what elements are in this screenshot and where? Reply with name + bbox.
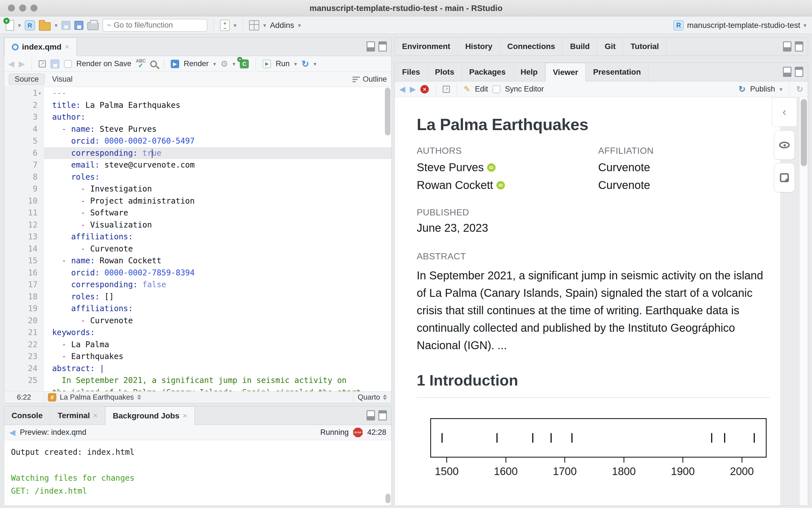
preview-eye-button[interactable] <box>774 130 795 160</box>
tab-background-jobs[interactable]: Background Jobs× <box>105 406 195 425</box>
source-mode-button[interactable]: Source <box>9 74 45 85</box>
gear-caret-icon[interactable]: ▾ <box>233 60 235 67</box>
print-icon[interactable] <box>87 22 98 30</box>
open-file-icon[interactable] <box>39 22 51 31</box>
close-tab-icon[interactable]: × <box>65 43 69 51</box>
addins-button[interactable]: Addins <box>270 21 294 30</box>
code-line-3[interactable]: 3author: <box>4 111 391 123</box>
tab-console[interactable]: Console <box>4 406 50 425</box>
code-line-4[interactable]: 4 - name: Steve Purves <box>4 123 391 135</box>
maximize-pane-icon[interactable] <box>795 67 803 77</box>
stop-job-icon[interactable]: STOP <box>353 428 363 437</box>
code-line-6[interactable]: 6 corresponding: true <box>4 147 391 159</box>
tab-tutorial[interactable]: Tutorial <box>623 37 666 55</box>
orcid-icon[interactable]: iD <box>487 163 496 172</box>
code-line-10[interactable]: 10 - Project administration <box>4 195 391 207</box>
clear-viewer-icon[interactable]: × <box>420 85 429 93</box>
minimize-pane-icon[interactable] <box>367 410 375 420</box>
outline-button[interactable]: Outline <box>353 75 387 84</box>
viewer-scrollbar[interactable] <box>799 97 808 505</box>
code-line-23[interactable]: 23 - Earthquakes <box>4 350 391 363</box>
code-line-8[interactable]: 8 roles: <box>4 171 391 183</box>
annotation-note-button[interactable] <box>774 163 795 192</box>
find-replace-icon[interactable] <box>150 60 157 67</box>
code-line-17[interactable]: 17 corresponding: false <box>4 279 391 291</box>
tab-index.qmd[interactable]: index.qmd× <box>4 37 77 56</box>
back-icon[interactable]: ◀ <box>9 428 15 437</box>
render-caret-icon[interactable]: ▾ <box>213 60 216 67</box>
code-line-2[interactable]: 2title: La Palma Earthquakes <box>4 99 391 112</box>
addins-caret-icon[interactable]: ▾ <box>298 22 301 29</box>
workspace-panes-icon[interactable] <box>249 20 259 31</box>
console-output[interactable]: Output created: index.htmlWatching files… <box>4 440 391 506</box>
sync-editor-checkbox[interactable] <box>492 85 500 93</box>
code-line-24[interactable]: 24abstract: | <box>4 363 391 375</box>
tab-plots[interactable]: Plots <box>428 63 462 81</box>
code-line-9[interactable]: 9 - Investigation <box>4 183 391 195</box>
workspace-panes-caret-icon[interactable]: ▾ <box>263 22 266 29</box>
code-line-21[interactable]: 21keywords: <box>4 327 391 339</box>
run-button[interactable]: Run <box>276 59 290 68</box>
refresh-viewer-icon[interactable]: ↻ <box>796 84 803 94</box>
tab-git[interactable]: Git <box>597 37 623 55</box>
save-icon[interactable] <box>62 21 71 30</box>
tab-files[interactable]: Files <box>395 63 428 81</box>
publish-button[interactable]: Publish <box>750 85 775 93</box>
code-line-20[interactable]: 20 - Curvenote <box>4 315 391 327</box>
save-all-icon[interactable] <box>74 21 83 30</box>
maximize-pane-icon[interactable] <box>795 41 803 51</box>
tab-environment[interactable]: Environment <box>395 37 458 55</box>
fold-arrow-icon[interactable]: ▾ <box>38 87 41 99</box>
close-tab-icon[interactable]: × <box>183 412 187 420</box>
code-line-19[interactable]: 19 affiliations: <box>4 303 391 315</box>
code-editor[interactable]: 1▾---2title: La Palma Earthquakes3author… <box>4 87 391 391</box>
goto-file-function-input[interactable] <box>114 21 203 30</box>
tab-viewer[interactable]: Viewer <box>545 63 586 81</box>
project-selector[interactable]: R manuscript-template-rstudio-test ▾ <box>674 20 806 31</box>
version-control-caret-icon[interactable]: ▾ <box>234 22 236 29</box>
tab-build[interactable]: Build <box>563 37 597 55</box>
code-line-15[interactable]: 15 - name: Rowan Cockett <box>4 255 391 267</box>
code-line-wrap[interactable]: the island of La Palma (Canary Islands, … <box>4 387 391 391</box>
back-icon[interactable]: ◀ <box>8 59 14 69</box>
new-project-icon[interactable]: R <box>25 20 35 31</box>
console-scrollbar-thumb[interactable] <box>385 494 391 503</box>
code-line-22[interactable]: 22 - La Palma <box>4 339 391 351</box>
spellcheck-icon[interactable]: ABC✓ <box>136 59 146 68</box>
tab-terminal[interactable]: Terminal× <box>50 406 105 425</box>
viewer-scrollbar-thumb[interactable] <box>801 99 807 166</box>
run-icon[interactable]: ▶ <box>262 60 271 68</box>
code-line-7[interactable]: 7 email: steve@curvenote.com <box>4 159 391 171</box>
tab-presentation[interactable]: Presentation <box>586 63 649 81</box>
publish-icon[interactable]: ↻ <box>738 84 745 94</box>
publish-caret-icon[interactable]: ▾ <box>780 86 782 93</box>
new-file-dropdown-caret-icon[interactable]: ▾ <box>18 22 21 29</box>
render-icon[interactable]: ▶ <box>171 60 179 68</box>
goto-file-function-box[interactable]: ↪ <box>103 19 207 32</box>
section-navigator[interactable]: # La Palma Earthquakes <box>44 391 353 403</box>
render-button[interactable]: Render <box>184 59 209 68</box>
maximize-pane-icon[interactable] <box>378 410 387 420</box>
code-line-18[interactable]: 18 roles: [] <box>4 291 391 303</box>
tab-help[interactable]: Help <box>513 63 545 81</box>
editor-scrollbar-thumb[interactable] <box>385 88 391 135</box>
code-line-12[interactable]: 12 - Visualization <box>4 219 391 231</box>
new-file-icon[interactable]: + <box>6 20 14 31</box>
code-line-16[interactable]: 16 orcid: 0000-0002-7859-8394 <box>4 267 391 279</box>
open-in-browser-icon[interactable]: ↗ <box>443 86 450 93</box>
code-line-14[interactable]: 14 - Curvenote <box>4 243 391 255</box>
visual-mode-button[interactable]: Visual <box>52 75 73 84</box>
insert-chunk-icon[interactable]: C+ <box>240 59 249 69</box>
code-line-5[interactable]: 5 orcid: 0000-0002-0760-5497 <box>4 135 391 147</box>
minimize-pane-icon[interactable] <box>783 67 791 77</box>
render-on-save-checkbox[interactable] <box>64 60 72 68</box>
minimize-pane-icon[interactable] <box>367 41 375 51</box>
save-document-icon[interactable] <box>50 59 59 69</box>
open-dropdown-caret-icon[interactable]: ▾ <box>55 22 57 29</box>
back-icon[interactable]: ◀ <box>399 84 405 94</box>
maximize-pane-icon[interactable] <box>378 41 387 51</box>
version-control-icon[interactable]: +− <box>220 20 230 31</box>
file-type-selector[interactable]: Quarto <box>353 391 392 403</box>
close-tab-icon[interactable]: × <box>93 411 97 420</box>
tab-history[interactable]: History <box>458 37 500 55</box>
